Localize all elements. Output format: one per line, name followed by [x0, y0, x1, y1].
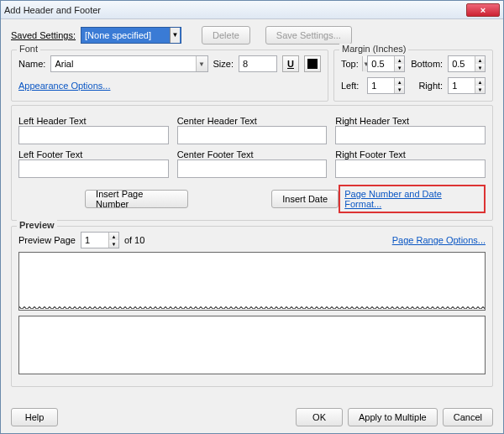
- right-header-input[interactable]: [335, 126, 486, 144]
- right-header-label: Right Header Text: [335, 116, 409, 126]
- help-button[interactable]: Help: [11, 408, 58, 426]
- preview-group: Preview Preview Page ▲▼ of 10 Page Range…: [11, 226, 493, 387]
- window-title: Add Header and Footer: [4, 5, 466, 15]
- header-footer-group: Left Header Text Center Header Text Righ…: [11, 105, 493, 221]
- left-header-input[interactable]: [18, 126, 169, 144]
- margin-left-stepper[interactable]: ▲▼: [367, 77, 405, 94]
- margin-bottom-stepper[interactable]: ▲▼: [448, 55, 486, 72]
- left-header-label: Left Header Text: [18, 116, 87, 126]
- margin-top-input[interactable]: [368, 56, 394, 71]
- margin-top-label: Top:: [341, 59, 362, 69]
- step-up-icon[interactable]: ▲: [475, 78, 485, 86]
- preview-footer-page: [18, 316, 486, 374]
- dialog-footer: Help OK Apply to Multiple Cancel: [1, 401, 503, 433]
- underline-icon: U: [287, 59, 294, 69]
- preview-page-stepper[interactable]: ▲▼: [81, 232, 119, 248]
- apply-to-multiple-button[interactable]: Apply to Multiple: [348, 408, 438, 426]
- step-down-icon[interactable]: ▼: [395, 64, 404, 71]
- step-down-icon[interactable]: ▼: [395, 86, 404, 93]
- preview-of-total: of 10: [124, 235, 144, 245]
- left-footer-label: Left Footer Text: [18, 149, 82, 159]
- step-down-icon[interactable]: ▼: [109, 240, 118, 248]
- preview-page-input[interactable]: [81, 233, 108, 248]
- step-up-icon[interactable]: ▲: [395, 56, 404, 64]
- saved-settings-dropdown[interactable]: [None specified] ▼: [81, 27, 181, 44]
- center-header-input[interactable]: [177, 126, 328, 144]
- font-size-label: Size:: [213, 59, 234, 69]
- font-name-input[interactable]: [51, 56, 195, 71]
- chevron-down-icon: ▼: [170, 28, 180, 43]
- step-down-icon[interactable]: ▼: [475, 86, 485, 93]
- margin-right-input[interactable]: [449, 78, 475, 93]
- margin-top-stepper[interactable]: ▲▼: [367, 55, 405, 72]
- font-name-label: Name:: [18, 59, 45, 69]
- dialog: Add Header and Footer × Saved Settings: …: [0, 0, 504, 434]
- insert-date-button[interactable]: Insert Date: [271, 190, 339, 208]
- margin-legend: Margin (Inches): [339, 44, 408, 54]
- center-footer-label: Center Footer Text: [177, 149, 254, 159]
- font-size-dropdown[interactable]: ▼: [239, 55, 277, 72]
- page-range-options-link[interactable]: Page Range Options...: [392, 235, 486, 245]
- insert-page-number-button[interactable]: Insert Page Number: [85, 190, 188, 208]
- delete-button[interactable]: Delete: [202, 26, 250, 44]
- color-swatch-icon: [307, 59, 318, 69]
- margin-right-label: Right:: [410, 81, 443, 91]
- preview-page-label: Preview Page: [18, 235, 76, 245]
- page-number-date-format-link[interactable]: Page Number and Date Format...: [344, 189, 442, 209]
- appearance-options-link[interactable]: Appearance Options...: [18, 81, 110, 91]
- font-legend: Font: [17, 44, 40, 54]
- font-color-button[interactable]: [304, 55, 321, 72]
- margin-left-input[interactable]: [368, 78, 394, 93]
- saved-settings-value: [None specified]: [85, 30, 151, 40]
- underline-button[interactable]: U: [282, 55, 299, 72]
- saved-settings-label: Saved Settings:: [11, 30, 76, 40]
- format-link-highlight: Page Number and Date Format...: [339, 185, 486, 213]
- center-header-label: Center Header Text: [177, 116, 257, 126]
- margin-group: Margin (Inches) Top: ▲▼ Bottom: ▲▼ Left:…: [333, 50, 493, 102]
- right-footer-label: Right Footer Text: [335, 149, 406, 159]
- font-name-dropdown[interactable]: ▼: [50, 55, 207, 72]
- close-icon: ×: [480, 5, 486, 15]
- save-settings-button[interactable]: Save Settings...: [265, 26, 352, 44]
- titlebar: Add Header and Footer ×: [1, 1, 503, 19]
- step-up-icon[interactable]: ▲: [395, 78, 404, 86]
- step-up-icon[interactable]: ▲: [475, 56, 485, 64]
- step-up-icon[interactable]: ▲: [109, 233, 118, 240]
- center-footer-input[interactable]: [177, 159, 328, 178]
- right-footer-input[interactable]: [335, 159, 486, 178]
- margin-right-stepper[interactable]: ▲▼: [448, 77, 486, 94]
- margin-bottom-label: Bottom:: [410, 59, 443, 69]
- preview-legend: Preview: [17, 220, 57, 230]
- chevron-down-icon: ▼: [196, 56, 207, 71]
- preview-header-page: [18, 252, 486, 311]
- margin-left-label: Left:: [341, 81, 362, 91]
- close-button[interactable]: ×: [466, 3, 500, 17]
- step-down-icon[interactable]: ▼: [475, 64, 485, 71]
- margin-bottom-input[interactable]: [449, 56, 475, 71]
- cancel-button[interactable]: Cancel: [443, 408, 493, 426]
- ok-button[interactable]: OK: [296, 408, 343, 426]
- font-group: Font Name: ▼ Size: ▼ U Appea: [11, 50, 328, 102]
- left-footer-input[interactable]: [18, 159, 169, 178]
